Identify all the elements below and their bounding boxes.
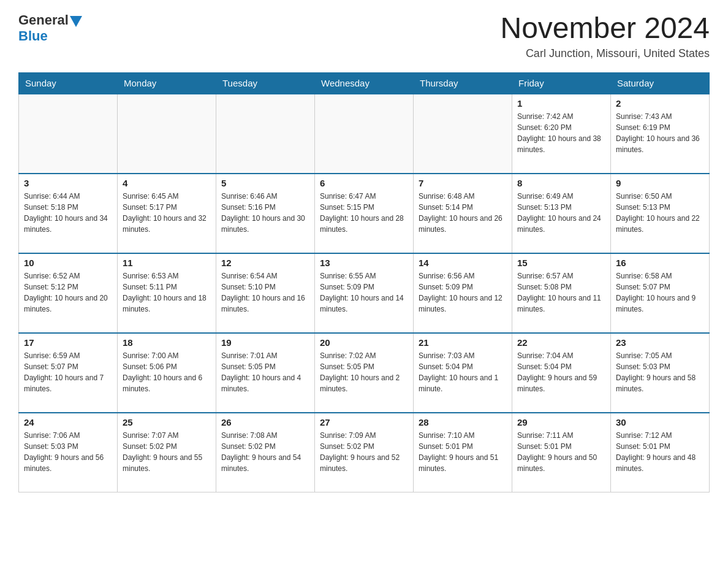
calendar-cell: 20Sunrise: 7:02 AM Sunset: 5:05 PM Dayli… xyxy=(315,333,414,413)
day-number: 1 xyxy=(517,98,605,109)
logo-general-text: General xyxy=(18,12,69,28)
page-header: General Blue November 2024 Carl Junction… xyxy=(18,12,710,60)
day-info: Sunrise: 6:58 AM Sunset: 5:07 PM Dayligh… xyxy=(616,270,704,315)
day-info: Sunrise: 7:02 AM Sunset: 5:05 PM Dayligh… xyxy=(320,350,408,394)
calendar-cell: 15Sunrise: 6:57 AM Sunset: 5:08 PM Dayli… xyxy=(512,253,611,333)
month-title: November 2024 xyxy=(500,12,710,45)
calendar-cell: 17Sunrise: 6:59 AM Sunset: 5:07 PM Dayli… xyxy=(19,333,118,413)
day-info: Sunrise: 6:55 AM Sunset: 5:09 PM Dayligh… xyxy=(320,270,408,315)
weekday-header-monday: Monday xyxy=(118,72,216,94)
day-number: 21 xyxy=(419,337,507,348)
day-info: Sunrise: 6:49 AM Sunset: 5:13 PM Dayligh… xyxy=(517,191,605,235)
day-info: Sunrise: 6:54 AM Sunset: 5:10 PM Dayligh… xyxy=(221,270,309,315)
day-info: Sunrise: 7:09 AM Sunset: 5:02 PM Dayligh… xyxy=(320,430,408,474)
day-info: Sunrise: 6:44 AM Sunset: 5:18 PM Dayligh… xyxy=(24,191,112,235)
day-number: 4 xyxy=(123,178,211,188)
calendar-cell: 14Sunrise: 6:56 AM Sunset: 5:09 PM Dayli… xyxy=(414,253,512,333)
day-info: Sunrise: 6:45 AM Sunset: 5:17 PM Dayligh… xyxy=(123,191,211,235)
calendar-cell: 29Sunrise: 7:11 AM Sunset: 5:01 PM Dayli… xyxy=(512,413,611,492)
calendar-cell: 13Sunrise: 6:55 AM Sunset: 5:09 PM Dayli… xyxy=(315,253,414,333)
calendar-cell: 18Sunrise: 7:00 AM Sunset: 5:06 PM Dayli… xyxy=(118,333,216,413)
day-number: 18 xyxy=(123,337,211,348)
day-info: Sunrise: 7:43 AM Sunset: 6:19 PM Dayligh… xyxy=(616,111,704,155)
logo-blue-text: Blue xyxy=(18,28,48,44)
day-number: 9 xyxy=(616,178,704,188)
day-number: 15 xyxy=(517,258,605,268)
day-info: Sunrise: 6:47 AM Sunset: 5:15 PM Dayligh… xyxy=(320,191,408,235)
calendar-cell: 5Sunrise: 6:46 AM Sunset: 5:16 PM Daylig… xyxy=(216,174,315,253)
day-info: Sunrise: 6:52 AM Sunset: 5:12 PM Dayligh… xyxy=(24,270,112,315)
day-number: 25 xyxy=(123,417,211,427)
location-subtitle: Carl Junction, Missouri, United States xyxy=(500,47,710,60)
calendar-cell: 4Sunrise: 6:45 AM Sunset: 5:17 PM Daylig… xyxy=(118,174,216,253)
day-number: 13 xyxy=(320,258,408,268)
weekday-header-sunday: Sunday xyxy=(19,72,118,94)
day-info: Sunrise: 6:46 AM Sunset: 5:16 PM Dayligh… xyxy=(221,191,309,235)
day-info: Sunrise: 7:10 AM Sunset: 5:01 PM Dayligh… xyxy=(419,430,507,474)
day-number: 2 xyxy=(616,98,704,109)
logo-triangle-icon xyxy=(70,16,82,27)
day-info: Sunrise: 7:03 AM Sunset: 5:04 PM Dayligh… xyxy=(419,350,507,394)
calendar-cell: 25Sunrise: 7:07 AM Sunset: 5:02 PM Dayli… xyxy=(118,413,216,492)
calendar-cell: 11Sunrise: 6:53 AM Sunset: 5:11 PM Dayli… xyxy=(118,253,216,333)
calendar-cell: 10Sunrise: 6:52 AM Sunset: 5:12 PM Dayli… xyxy=(19,253,118,333)
calendar-cell: 22Sunrise: 7:04 AM Sunset: 5:04 PM Dayli… xyxy=(512,333,611,413)
day-info: Sunrise: 7:07 AM Sunset: 5:02 PM Dayligh… xyxy=(123,430,211,474)
day-number: 5 xyxy=(221,178,309,188)
day-info: Sunrise: 7:04 AM Sunset: 5:04 PM Dayligh… xyxy=(517,350,605,394)
day-number: 3 xyxy=(24,178,112,188)
week-row-1: 1Sunrise: 7:42 AM Sunset: 6:20 PM Daylig… xyxy=(19,94,710,174)
calendar-cell: 27Sunrise: 7:09 AM Sunset: 5:02 PM Dayli… xyxy=(315,413,414,492)
day-info: Sunrise: 7:08 AM Sunset: 5:02 PM Dayligh… xyxy=(221,430,309,474)
calendar-cell xyxy=(118,94,216,174)
calendar-cell xyxy=(19,94,118,174)
day-number: 20 xyxy=(320,337,408,348)
weekday-header-row: SundayMondayTuesdayWednesdayThursdayFrid… xyxy=(19,72,710,94)
day-number: 16 xyxy=(616,258,704,268)
week-row-3: 10Sunrise: 6:52 AM Sunset: 5:12 PM Dayli… xyxy=(19,253,710,333)
day-number: 17 xyxy=(24,337,112,348)
calendar-cell: 21Sunrise: 7:03 AM Sunset: 5:04 PM Dayli… xyxy=(414,333,512,413)
weekday-header-friday: Friday xyxy=(512,72,611,94)
day-info: Sunrise: 7:01 AM Sunset: 5:05 PM Dayligh… xyxy=(221,350,309,394)
week-row-4: 17Sunrise: 6:59 AM Sunset: 5:07 PM Dayli… xyxy=(19,333,710,413)
day-info: Sunrise: 7:12 AM Sunset: 5:01 PM Dayligh… xyxy=(616,430,704,474)
calendar-cell: 19Sunrise: 7:01 AM Sunset: 5:05 PM Dayli… xyxy=(216,333,315,413)
day-info: Sunrise: 6:56 AM Sunset: 5:09 PM Dayligh… xyxy=(419,270,507,315)
calendar-cell: 30Sunrise: 7:12 AM Sunset: 5:01 PM Dayli… xyxy=(611,413,710,492)
day-info: Sunrise: 7:42 AM Sunset: 6:20 PM Dayligh… xyxy=(517,111,605,155)
calendar-cell xyxy=(216,94,315,174)
day-number: 6 xyxy=(320,178,408,188)
day-info: Sunrise: 6:50 AM Sunset: 5:13 PM Dayligh… xyxy=(616,191,704,235)
weekday-header-thursday: Thursday xyxy=(414,72,512,94)
week-row-2: 3Sunrise: 6:44 AM Sunset: 5:18 PM Daylig… xyxy=(19,174,710,253)
calendar-cell xyxy=(414,94,512,174)
calendar-cell: 12Sunrise: 6:54 AM Sunset: 5:10 PM Dayli… xyxy=(216,253,315,333)
day-number: 28 xyxy=(419,417,507,427)
day-number: 29 xyxy=(517,417,605,427)
weekday-header-wednesday: Wednesday xyxy=(315,72,414,94)
day-info: Sunrise: 6:53 AM Sunset: 5:11 PM Dayligh… xyxy=(123,270,211,315)
calendar-cell: 16Sunrise: 6:58 AM Sunset: 5:07 PM Dayli… xyxy=(611,253,710,333)
weekday-header-saturday: Saturday xyxy=(611,72,710,94)
calendar-cell xyxy=(315,94,414,174)
day-number: 19 xyxy=(221,337,309,348)
calendar-cell: 28Sunrise: 7:10 AM Sunset: 5:01 PM Dayli… xyxy=(414,413,512,492)
logo: General Blue xyxy=(18,12,82,44)
day-info: Sunrise: 7:11 AM Sunset: 5:01 PM Dayligh… xyxy=(517,430,605,474)
calendar-cell: 8Sunrise: 6:49 AM Sunset: 5:13 PM Daylig… xyxy=(512,174,611,253)
day-number: 22 xyxy=(517,337,605,348)
calendar-cell: 26Sunrise: 7:08 AM Sunset: 5:02 PM Dayli… xyxy=(216,413,315,492)
weekday-header-tuesday: Tuesday xyxy=(216,72,315,94)
calendar-cell: 1Sunrise: 7:42 AM Sunset: 6:20 PM Daylig… xyxy=(512,94,611,174)
week-row-5: 24Sunrise: 7:06 AM Sunset: 5:03 PM Dayli… xyxy=(19,413,710,492)
day-info: Sunrise: 6:59 AM Sunset: 5:07 PM Dayligh… xyxy=(24,350,112,394)
day-number: 30 xyxy=(616,417,704,427)
calendar-cell: 2Sunrise: 7:43 AM Sunset: 6:19 PM Daylig… xyxy=(611,94,710,174)
day-number: 24 xyxy=(24,417,112,427)
calendar-cell: 7Sunrise: 6:48 AM Sunset: 5:14 PM Daylig… xyxy=(414,174,512,253)
day-number: 14 xyxy=(419,258,507,268)
day-number: 27 xyxy=(320,417,408,427)
day-number: 23 xyxy=(616,337,704,348)
day-info: Sunrise: 7:00 AM Sunset: 5:06 PM Dayligh… xyxy=(123,350,211,394)
